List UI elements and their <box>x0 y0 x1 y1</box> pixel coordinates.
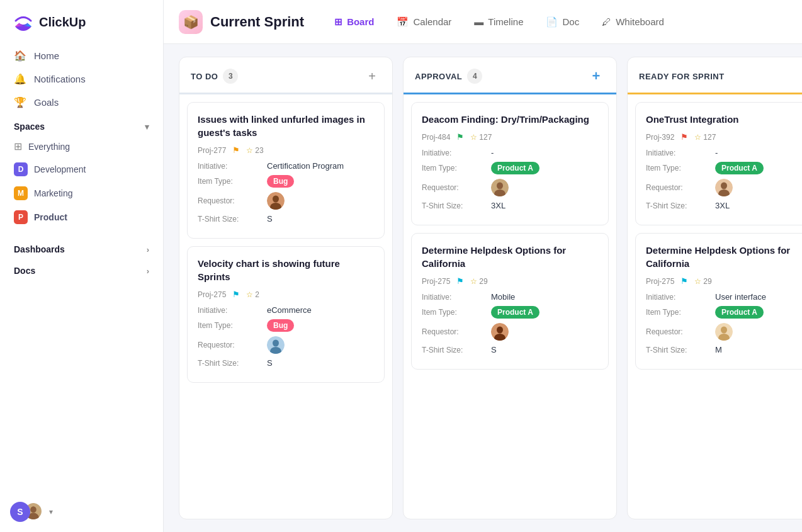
card-approval-1-tshirt-value: 3XL <box>491 201 505 210</box>
dashboards-section[interactable]: Dashboards › <box>0 238 163 257</box>
docs-section[interactable]: Docs › <box>0 259 163 278</box>
spaces-section-header[interactable]: Spaces ▾ <box>0 114 163 135</box>
card-todo-2-tshirt-value: S <box>267 358 273 368</box>
card-approval-1-initiative: Initiative: - <box>422 148 598 157</box>
initiative-label-4: Initiative: <box>422 293 491 302</box>
card-approval-2-initiative: Initiative: Mobile <box>422 292 598 302</box>
card-approval-1-initiative-value: - <box>491 148 494 157</box>
spaces-chevron-icon: ▾ <box>145 122 149 132</box>
dashboards-chevron-icon: › <box>147 245 149 254</box>
sidebar-item-goals-label: Goals <box>34 97 59 108</box>
card-approval-2[interactable]: Determine Helpdesk Options for Californi… <box>411 233 609 370</box>
column-todo-add-button[interactable]: + <box>363 67 381 85</box>
item-type-label: Item Type: <box>198 177 267 186</box>
card-todo-1[interactable]: Issues with linked unfurled images in gu… <box>187 102 385 239</box>
column-approval-add-button[interactable]: + <box>587 67 605 85</box>
dashboards-label: Dashboards <box>14 244 65 254</box>
initiative-label-5: Initiative: <box>646 149 715 157</box>
sidebar-item-marketing[interactable]: M Marketing <box>6 181 157 205</box>
sidebar-item-product[interactable]: P Product <box>6 205 157 229</box>
flag-cyan-icon-3: ⚑ <box>681 276 688 286</box>
card-approval-2-requestor-avatar <box>491 323 509 341</box>
tshirt-label: T-Shirt Size: <box>198 215 267 224</box>
card-ready-1[interactable]: OneTrust Integration Proj-392 ⚑ ☆ 127 In… <box>635 102 802 225</box>
star-icon-5: ☆ <box>694 133 701 142</box>
tab-calendar[interactable]: 📅 Calendar <box>387 11 461 33</box>
card-todo-1-item-type: Item Type: Bug <box>198 175 374 188</box>
requestor-label-5: Requestor: <box>646 183 715 192</box>
svg-point-13 <box>497 327 503 334</box>
column-todo-header: TO DO 3 + <box>179 57 392 94</box>
column-ready-title: READY FOR SPRINT <box>639 72 725 81</box>
sidebar-item-development[interactable]: D Development <box>6 157 157 181</box>
sidebar-item-home[interactable]: 🏠 Home <box>6 44 157 67</box>
tab-calendar-label: Calendar <box>413 16 451 27</box>
card-ready-1-tshirt-value: 3XL <box>715 201 730 210</box>
user-profile-area[interactable]: S ▾ <box>0 492 163 532</box>
card-ready-2[interactable]: Determine Helpdesk Options for Californi… <box>635 233 802 370</box>
bell-icon: 🔔 <box>14 73 26 85</box>
initiative-label-6: Initiative: <box>646 293 715 302</box>
sidebar-item-notifications[interactable]: 🔔 Notifications <box>6 67 157 91</box>
star-icon: ☆ <box>246 146 253 155</box>
card-todo-2-initiative-value: eCommerce <box>267 305 312 315</box>
flag-cyan-icon: ⚑ <box>232 290 240 299</box>
user-avatars: S <box>10 502 43 522</box>
card-ready-2-meta: Proj-275 ⚑ ☆ 29 <box>646 276 802 286</box>
tab-whiteboard[interactable]: 🖊 Whiteboard <box>592 11 674 32</box>
requestor-label: Requestor: <box>198 196 267 205</box>
logo-area[interactable]: ClickUp <box>0 0 163 44</box>
page-title: Current Sprint <box>210 14 304 30</box>
card-ready-1-meta: Proj-392 ⚑ ☆ 127 <box>646 132 802 142</box>
card-todo-1-requestor-avatar <box>267 192 285 210</box>
tab-doc[interactable]: 📄 Doc <box>536 11 589 33</box>
column-ready-header: READY FOR SPRINT + <box>628 57 802 94</box>
tab-board[interactable]: ⊞ Board <box>324 11 384 33</box>
column-todo-title: TO DO <box>191 72 218 81</box>
marketing-avatar: M <box>14 186 28 200</box>
sidebar-item-goals[interactable]: 🏆 Goals <box>6 91 157 114</box>
card-ready-2-requestor-avatar <box>715 323 733 341</box>
svg-point-19 <box>721 327 727 334</box>
card-approval-1-score: ☆ 127 <box>470 133 492 142</box>
card-todo-2-requestor-avatar <box>267 336 285 354</box>
column-ready: READY FOR SPRINT + OneTrust Integration … <box>627 57 802 519</box>
card-ready-2-score: ☆ 29 <box>694 277 711 286</box>
card-todo-1-id: Proj-277 <box>198 146 226 155</box>
card-approval-1[interactable]: Deacom Finding: Dry/Trim/Packaging Proj-… <box>411 102 609 225</box>
card-todo-2-id: Proj-275 <box>198 290 226 299</box>
initiative-label: Initiative: <box>198 162 267 171</box>
docs-chevron-icon: › <box>147 266 149 276</box>
kanban-board: TO DO 3 + Issues with linked unfurled im… <box>164 44 802 532</box>
star-icon-3: ☆ <box>470 133 477 142</box>
card-ready-2-id: Proj-275 <box>646 277 674 286</box>
card-approval-2-requestor: Requestor: <box>422 323 598 341</box>
sidebar-item-product-label: Product <box>34 212 67 222</box>
sidebar-item-everything[interactable]: ⊞ Everything <box>6 135 157 157</box>
tab-timeline[interactable]: ▬ Timeline <box>464 11 533 32</box>
column-todo: TO DO 3 + Issues with linked unfurled im… <box>179 57 393 519</box>
sprint-icon: 📦 <box>179 10 203 34</box>
user-chevron-icon: ▾ <box>49 507 53 516</box>
sidebar-navigation: 🏠 Home 🔔 Notifications 🏆 Goals <box>0 44 163 114</box>
development-avatar: D <box>14 162 28 176</box>
tshirt-label-3: T-Shirt Size: <box>422 201 491 210</box>
card-todo-2-tshirt: T-Shirt Size: S <box>198 358 374 368</box>
card-ready-2-initiative-value: User interface <box>715 292 766 302</box>
card-approval-2-tshirt-value: S <box>491 345 497 354</box>
flag-green-icon: ⚑ <box>456 132 464 142</box>
initiative-label-3: Initiative: <box>422 149 491 157</box>
card-todo-2-title: Velocity chart is showing future Sprints <box>198 257 374 283</box>
card-approval-1-item-type: Item Type: Product A <box>422 162 598 174</box>
flag-cyan-icon-2: ⚑ <box>456 276 464 286</box>
sidebar: ClickUp 🏠 Home 🔔 Notifications 🏆 Goals S… <box>0 0 164 532</box>
card-approval-1-id: Proj-484 <box>422 133 450 142</box>
column-approval-header: APPROVAL 4 + <box>404 57 616 94</box>
card-approval-1-requestor-avatar <box>491 179 509 196</box>
card-todo-2[interactable]: Velocity chart is showing future Sprints… <box>187 246 385 383</box>
card-ready-1-requestor: Requestor: <box>646 179 802 196</box>
card-ready-1-badge: Product A <box>715 162 764 174</box>
page-title-area: 📦 Current Sprint <box>179 10 304 34</box>
tab-timeline-label: Timeline <box>488 16 523 27</box>
page-header: 📦 Current Sprint ⊞ Board 📅 Calendar ▬ Ti… <box>164 0 802 44</box>
